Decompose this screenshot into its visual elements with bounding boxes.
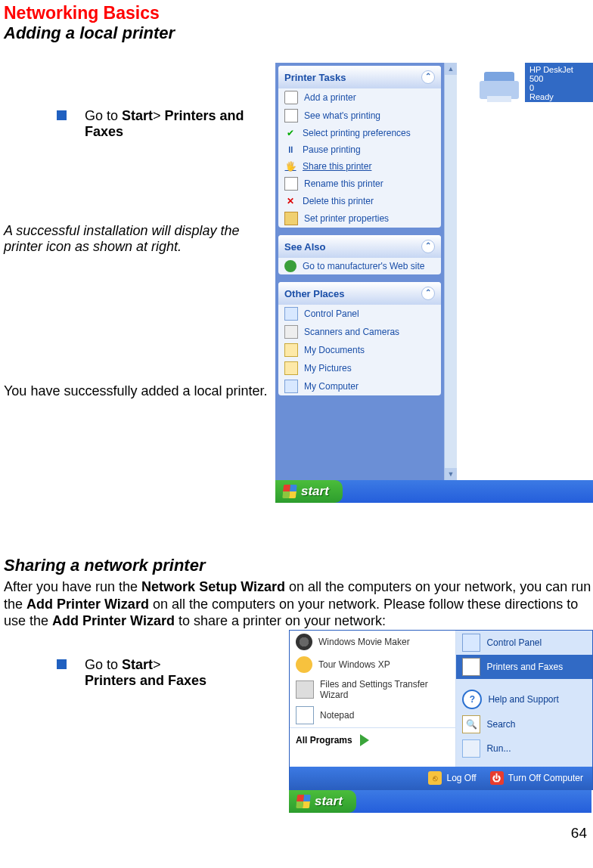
sm-tour-xp[interactable]: Tour Windows XP xyxy=(290,653,455,676)
properties-icon xyxy=(284,212,298,225)
task-select-preferences[interactable]: ✔Select printing preferences xyxy=(278,125,441,141)
see-also-header: See Also xyxy=(284,241,325,253)
delete-icon: ✕ xyxy=(284,195,296,207)
other-scanners[interactable]: Scanners and Cameras xyxy=(278,323,441,341)
sm-movie-maker[interactable]: Windows Movie Maker xyxy=(290,631,455,653)
collapse-icon[interactable]: ⌃ xyxy=(421,240,435,253)
task-pause-printing[interactable]: ⏸Pause printing xyxy=(278,141,441,158)
other-my-documents[interactable]: My Documents xyxy=(278,341,441,359)
xp-printers-window: Printer Tasks⌃ Add a printer See what's … xyxy=(275,63,593,503)
computer-icon xyxy=(284,380,298,393)
sm-help-support[interactable]: ?Help and Support xyxy=(456,687,592,712)
task-printer-properties[interactable]: Set printer properties xyxy=(278,209,441,228)
page-number: 64 xyxy=(4,813,593,845)
arrow-right-icon xyxy=(360,734,369,746)
bullet-square-icon xyxy=(57,659,67,669)
page-subtitle: Adding a local printer xyxy=(4,23,593,43)
task-rename-printer[interactable]: Rename this printer xyxy=(278,175,441,193)
install-success-note: A successful installation will display t… xyxy=(4,223,275,255)
task-share-printer[interactable]: 🖐Share this printer xyxy=(278,158,441,175)
sm-notepad[interactable]: Notepad xyxy=(290,703,455,727)
scanner-icon xyxy=(284,325,298,339)
windows-flag-icon xyxy=(282,485,297,498)
preferences-icon: ✔ xyxy=(284,127,296,139)
sm-control-panel[interactable]: Control Panel xyxy=(456,631,592,655)
logoff-icon[interactable]: ⎋ xyxy=(428,771,442,785)
folder-icon xyxy=(284,343,298,357)
sm-files-transfer[interactable]: Files and Settings Transfer Wizard xyxy=(290,676,455,703)
sm-all-programs[interactable]: All Programs xyxy=(290,727,455,752)
turnoff-label[interactable]: Turn Off Computer xyxy=(508,773,583,783)
other-places-group: Other Places⌃ Control Panel Scanners and… xyxy=(278,282,441,395)
bullet-square-icon xyxy=(57,110,67,120)
turnoff-icon[interactable]: ⏻ xyxy=(490,771,504,785)
instruction-bullet-2: Go to Start>Printers and Faxes xyxy=(57,657,289,689)
instruction-text-1: Go to Start> Printers and Faxes xyxy=(85,108,275,140)
instruction-text-2: Go to Start>Printers and Faxes xyxy=(85,657,206,689)
added-printer-note: You have successfully added a local prin… xyxy=(4,383,275,399)
start-button[interactable]: start xyxy=(275,480,343,503)
tour-icon xyxy=(296,656,312,673)
logoff-label[interactable]: Log Off xyxy=(446,773,476,783)
other-my-computer[interactable]: My Computer xyxy=(278,377,441,395)
control-panel-icon xyxy=(462,634,480,652)
scrollbar[interactable]: ▲ ▼ xyxy=(444,63,457,480)
globe-icon xyxy=(284,260,296,272)
run-icon xyxy=(462,739,480,758)
scroll-up-icon[interactable]: ▲ xyxy=(445,63,457,75)
task-see-printing[interactable]: See what's printing xyxy=(278,107,441,125)
scroll-down-icon[interactable]: ▼ xyxy=(445,468,457,480)
movie-icon xyxy=(296,634,312,650)
printer-info-label: HP DeskJet 500 0 Ready xyxy=(525,63,593,102)
sm-search[interactable]: 🔍Search xyxy=(456,712,592,736)
start-menu-screenshot: Windows Movie Maker Tour Windows XP File… xyxy=(289,630,593,813)
wizard-icon xyxy=(296,680,314,699)
windows-flag-icon xyxy=(296,795,311,808)
taskbar: start xyxy=(275,480,593,503)
see-also-group: See Also⌃ Go to manufacturer's Web site xyxy=(278,235,441,274)
instruction-bullet-1: Go to Start> Printers and Faxes xyxy=(57,108,275,140)
folder-icon xyxy=(284,361,298,375)
printer-device-icon[interactable] xyxy=(477,66,522,104)
section-sharing-header: Sharing a network printer xyxy=(4,556,593,575)
collapse-icon[interactable]: ⌃ xyxy=(421,70,435,84)
see-also-manufacturer[interactable]: Go to manufacturer's Web site xyxy=(278,258,441,274)
printer-tasks-header: Printer Tasks xyxy=(284,72,346,83)
start-button-2[interactable]: start xyxy=(289,790,356,813)
search-icon: 🔍 xyxy=(462,715,480,733)
other-my-pictures[interactable]: My Pictures xyxy=(278,359,441,377)
notepad-icon xyxy=(296,706,314,724)
document-icon xyxy=(284,109,298,122)
sm-run[interactable]: Run... xyxy=(456,736,592,761)
printer-tasks-group: Printer Tasks⌃ Add a printer See what's … xyxy=(278,66,441,228)
rename-icon xyxy=(284,177,298,191)
taskbar-2: start xyxy=(289,790,591,813)
other-places-header: Other Places xyxy=(284,288,345,299)
task-add-printer[interactable]: Add a printer xyxy=(278,88,441,107)
printer-icon xyxy=(462,658,480,676)
sm-printers-faxes[interactable]: Printers and Faxes xyxy=(456,655,592,679)
collapse-icon[interactable]: ⌃ xyxy=(421,287,435,300)
start-menu-footer: ⎋Log Off ⏻Turn Off Computer xyxy=(290,767,592,789)
pause-icon: ⏸ xyxy=(284,144,296,156)
page-title: Networking Basics xyxy=(4,3,593,23)
task-delete-printer[interactable]: ✕Delete this printer xyxy=(278,193,441,209)
other-control-panel[interactable]: Control Panel xyxy=(278,305,441,323)
section-sharing-body: After you have run the Network Setup Wiz… xyxy=(4,578,593,630)
control-panel-icon xyxy=(284,307,298,321)
share-icon: 🖐 xyxy=(284,160,296,172)
help-icon: ? xyxy=(462,690,482,709)
printer-icon xyxy=(284,91,298,104)
